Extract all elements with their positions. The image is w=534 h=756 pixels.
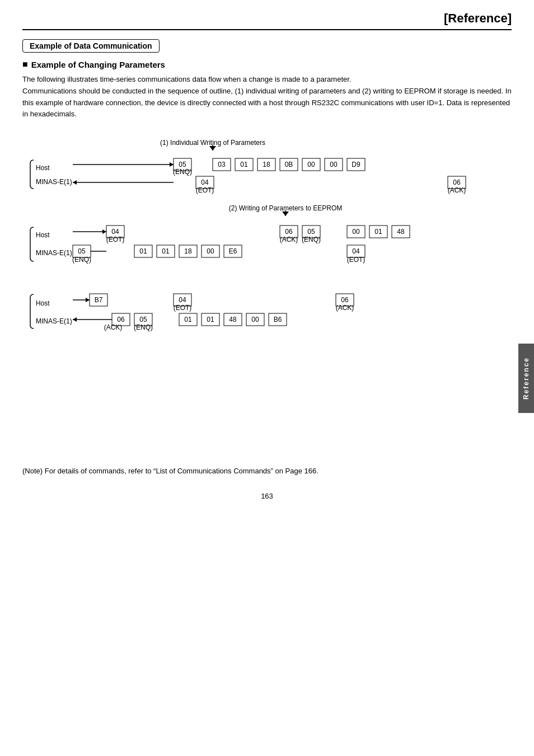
sub-heading: Example of Changing Parameters — [22, 59, 512, 69]
svg-text:(ENQ): (ENQ) — [72, 256, 91, 264]
svg-text:01: 01 — [184, 316, 192, 323]
svg-text:(ACK): (ACK) — [448, 186, 466, 194]
svg-text:05: 05 — [179, 161, 186, 168]
svg-text:B7: B7 — [95, 296, 103, 304]
diagram-svg: (1) Individual Writing of Parameters Hos… — [22, 129, 481, 454]
svg-text:(EOT): (EOT) — [106, 236, 125, 243]
svg-text:00: 00 — [330, 161, 338, 168]
svg-text:00: 00 — [207, 247, 214, 255]
svg-text:05: 05 — [78, 247, 86, 255]
page: [Reference] Example of Data Communicatio… — [0, 0, 534, 534]
svg-text:01: 01 — [240, 161, 248, 168]
svg-text:(ACK): (ACK) — [280, 236, 298, 243]
communication-diagram: (1) Individual Writing of Parameters Hos… — [22, 129, 481, 456]
host1-label: Host — [36, 164, 50, 172]
host2-bracket — [30, 227, 34, 261]
svg-text:(EOT): (EOT) — [196, 186, 214, 194]
svg-text:04: 04 — [352, 247, 360, 255]
minas1-label: MINAS-E(1) — [36, 178, 72, 186]
svg-text:06: 06 — [453, 179, 461, 186]
host3-bracket — [30, 294, 34, 328]
section-box: Example of Data Communication — [22, 39, 160, 53]
svg-text:(ENQ): (ENQ) — [134, 323, 153, 331]
svg-text:04: 04 — [111, 228, 119, 236]
svg-text:05: 05 — [307, 228, 315, 236]
note-text: (Note) For details of commands, refer to… — [22, 467, 512, 475]
svg-text:(ENQ): (ENQ) — [302, 236, 321, 243]
svg-text:00: 00 — [307, 161, 315, 168]
svg-text:01: 01 — [207, 316, 214, 323]
svg-text:06: 06 — [285, 228, 293, 236]
side-tab: Reference — [518, 343, 534, 412]
svg-text:D9: D9 — [352, 161, 360, 168]
svg-text:(ENQ): (ENQ) — [173, 168, 192, 176]
host1-arrow-head — [170, 162, 174, 167]
svg-text:18: 18 — [184, 247, 192, 255]
svg-text:18: 18 — [263, 161, 270, 168]
svg-text:06: 06 — [341, 296, 349, 304]
svg-text:00: 00 — [352, 228, 360, 236]
svg-text:0B: 0B — [285, 161, 293, 168]
minas2-label: MINAS-E(1) — [36, 249, 72, 257]
svg-text:01: 01 — [162, 247, 170, 255]
svg-text:(ACK): (ACK) — [336, 304, 354, 312]
host1-bracket — [30, 160, 34, 189]
svg-text:06: 06 — [117, 316, 125, 323]
svg-text:04: 04 — [201, 179, 209, 186]
svg-text:03: 03 — [218, 161, 226, 168]
svg-text:04: 04 — [179, 296, 186, 304]
header-title: [Reference] — [444, 11, 512, 25]
page-header: [Reference] — [22, 11, 512, 30]
svg-text:48: 48 — [397, 228, 405, 236]
svg-marker-60 — [73, 317, 77, 322]
host3-label: Host — [36, 299, 50, 307]
minas3-label: MINAS-E(1) — [36, 317, 72, 325]
svg-text:(EOT): (EOT) — [174, 304, 192, 312]
svg-text:05: 05 — [139, 316, 147, 323]
page-number: 163 — [22, 492, 512, 500]
host2-label: Host — [36, 231, 50, 239]
svg-text:48: 48 — [229, 316, 237, 323]
svg-marker-23 — [102, 229, 106, 234]
svg-text:(EOT): (EOT) — [347, 256, 366, 264]
svg-text:01: 01 — [139, 247, 147, 255]
svg-text:00: 00 — [251, 316, 259, 323]
svg-text:B6: B6 — [274, 316, 282, 323]
svg-text:E6: E6 — [229, 247, 237, 255]
svg-text:(ACK): (ACK) — [104, 323, 123, 331]
body-text: The following illustrates time-series co… — [22, 74, 512, 120]
minas1-arrow-head — [73, 180, 77, 185]
svg-marker-58 — [86, 298, 90, 302]
svg-text:01: 01 — [374, 228, 382, 236]
